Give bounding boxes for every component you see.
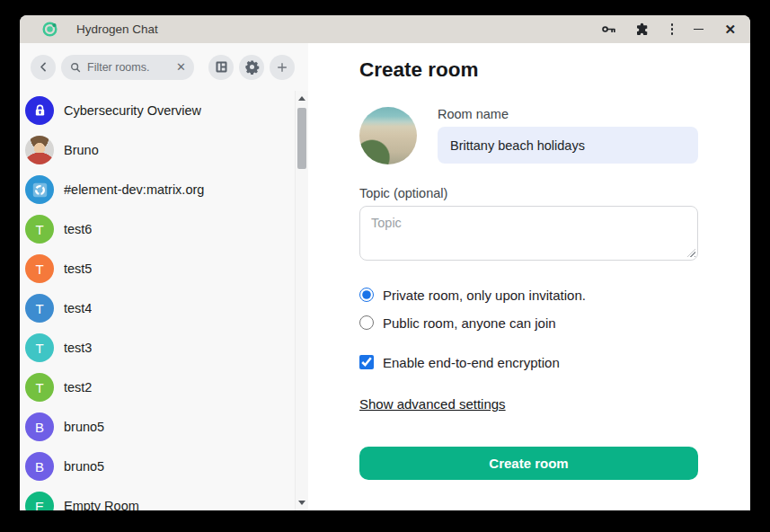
settings-button[interactable] [239,55,264,80]
gear-icon [243,58,261,75]
extensions-icon[interactable] [634,22,651,38]
room-list-item[interactable]: Ttest3 [20,328,308,368]
room-list-item[interactable]: Cybersecurity Overview [20,91,308,130]
room-name: test6 [64,222,92,236]
room-name: bruno5 [64,420,104,434]
create-room-panel: Create room Room name Topic (optional) P… [308,43,750,510]
lock-avatar-icon [25,96,54,125]
room-list-item[interactable]: Bbruno5 [20,407,308,447]
room-name: Cybersecurity Overview [64,103,201,118]
back-button[interactable] [31,55,56,80]
topic-label: Topic (optional) [359,186,750,200]
clear-filter-icon[interactable]: ✕ [176,61,186,73]
room-name: test5 [64,262,92,276]
private-room-radio[interactable] [359,288,374,302]
encryption-checkbox[interactable] [359,355,374,369]
filter-rooms-field[interactable]: ✕ [61,55,194,80]
close-icon[interactable]: ✕ [724,22,736,36]
public-room-radio[interactable] [359,315,374,330]
room-avatar-upload[interactable] [359,107,417,164]
scroll-up-icon[interactable] [298,96,305,101]
topic-input[interactable] [359,206,698,261]
room-avatar-row: Room name [359,107,750,164]
sidebar-scrollbar[interactable] [295,91,308,510]
page-title: Create room [359,58,750,82]
room-name-input[interactable] [438,127,698,164]
letter-avatar: B [25,412,54,441]
private-room-option[interactable]: Private room, only upon invitation. [359,284,750,306]
plus-icon [275,60,289,75]
window-title: Hydrogen Chat [76,22,158,36]
public-room-option[interactable]: Public room, anyone can join [359,312,750,333]
room-list-item[interactable]: Bbruno5 [20,447,308,486]
room-list-item[interactable]: #element-dev:matrix.org [20,170,308,209]
room-name: Bruno [64,143,99,157]
sidebar-header: ✕ [20,43,308,91]
room-name: bruno5 [64,459,104,474]
room-name: Empty Room [64,499,139,510]
grid-icon [214,59,229,75]
letter-avatar: B [25,452,54,481]
grid-view-button[interactable] [208,55,234,80]
letter-avatar: T [25,333,54,362]
room-name: test2 [64,380,92,395]
room-name: test4 [64,301,92,315]
room-list-item[interactable]: Ttest2 [20,368,308,407]
add-room-button[interactable] [270,55,295,80]
room-name: #element-dev:matrix.org [64,182,204,197]
create-room-button[interactable]: Create room [359,447,698,480]
element-logo-avatar [25,175,54,204]
letter-avatar: T [25,215,54,244]
encryption-option[interactable]: Enable end-to-end encryption [359,351,750,373]
room-list-item[interactable]: Ttest6 [20,209,308,249]
room-list-item[interactable]: Ttest5 [20,249,308,288]
room-visibility-group: Private room, only upon invitation. Publ… [359,284,750,333]
room-list: Cybersecurity OverviewBruno #element-dev… [20,91,308,510]
app-window: Hydrogen Chat ✕ [20,15,750,510]
encryption-label: Enable end-to-end encryption [383,355,560,370]
letter-avatar: E [25,492,54,510]
public-room-label: Public room, anyone can join [383,315,556,331]
show-advanced-settings-link[interactable]: Show advanced settings [359,396,506,412]
user-photo-avatar [25,136,54,164]
menu-icon[interactable] [668,23,677,35]
filter-rooms-input[interactable] [87,61,171,74]
chevron-left-icon [37,60,50,74]
sidebar: ✕ Cybersecurity Over [20,43,308,510]
room-list-item[interactable]: Ttest4 [20,288,308,328]
room-list-item[interactable]: Bruno [20,130,308,170]
letter-avatar: T [25,373,54,402]
room-list-item[interactable]: EEmpty Room [20,486,308,510]
app-body: ✕ Cybersecurity Over [20,43,750,510]
scrollbar-thumb[interactable] [297,108,306,169]
private-room-label: Private room, only upon invitation. [383,288,586,303]
key-icon[interactable] [600,21,617,38]
letter-avatar: T [25,254,54,283]
titlebar: Hydrogen Chat ✕ [20,15,750,43]
search-icon [69,61,82,74]
scroll-down-icon[interactable] [298,501,305,505]
hydrogen-logo [41,21,58,38]
minimize-icon[interactable] [694,29,707,31]
letter-avatar: T [25,294,54,323]
room-name: test3 [64,341,92,355]
room-name-label: Room name [438,107,698,121]
